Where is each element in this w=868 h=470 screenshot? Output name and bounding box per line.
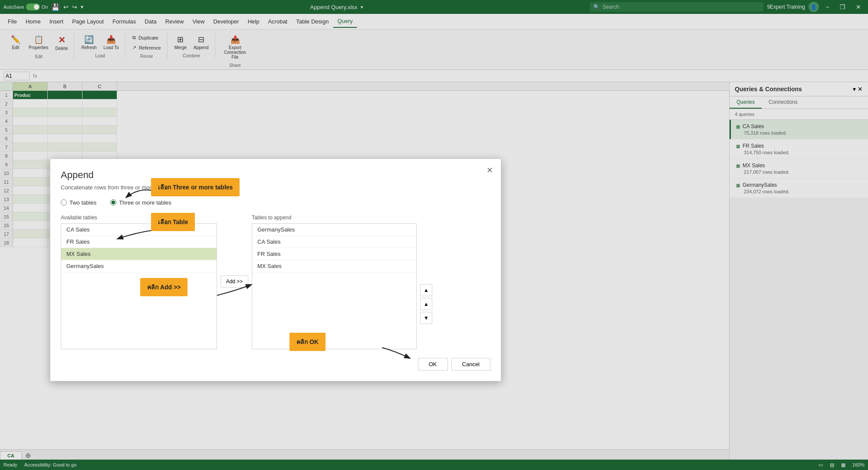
- callout-ok: คลิก OK: [289, 333, 326, 351]
- cancel-button[interactable]: Cancel: [451, 358, 490, 371]
- radio-two-tables[interactable]: [61, 199, 67, 205]
- append-tables-label: Tables to append: [252, 215, 432, 221]
- append-table-item[interactable]: CA Sales: [252, 236, 416, 248]
- radio-group: Two tables Three or more tables: [61, 199, 490, 206]
- callout-add: คลิก Add >>: [140, 278, 187, 296]
- add-button[interactable]: Add >>: [220, 275, 249, 288]
- dialog-title: Append: [61, 169, 490, 181]
- append-table-item[interactable]: GermanySales: [252, 224, 416, 236]
- callout-table: เลือก Table: [151, 213, 195, 231]
- radio-two-tables-text: Two tables: [69, 199, 96, 206]
- available-table-item[interactable]: FR Sales: [61, 236, 217, 248]
- available-table-item[interactable]: GermanySales: [61, 260, 217, 272]
- dialog-subtitle: Concatenate rows from three or more tabl…: [61, 184, 490, 191]
- dialog-overlay: ✕ Append Concatenate rows from three or …: [0, 0, 868, 470]
- callout-three-more: เลือก Three or more tables: [151, 178, 240, 196]
- scroll-buttons: ▲ ▲ ▼: [417, 223, 432, 349]
- scroll-up-button[interactable]: ▲: [420, 284, 432, 296]
- scroll-down-button[interactable]: ▼: [420, 312, 432, 324]
- add-button-section: Add >>: [217, 215, 252, 288]
- append-table-item[interactable]: FR Sales: [252, 248, 416, 260]
- available-table-item[interactable]: MX Sales: [61, 248, 217, 260]
- radio-three-more-label[interactable]: Three or more tables: [110, 199, 171, 206]
- append-tables-section: Tables to append GermanySalesCA SalesFR …: [252, 215, 432, 349]
- radio-two-tables-label[interactable]: Two tables: [61, 199, 96, 206]
- scroll-mid-button[interactable]: ▲: [420, 298, 432, 310]
- append-tables-listbox[interactable]: GermanySalesCA SalesFR SalesMX Sales: [252, 223, 417, 349]
- dialog-close-button[interactable]: ✕: [483, 164, 496, 176]
- radio-three-more-text: Three or more tables: [119, 199, 171, 206]
- ok-button[interactable]: OK: [418, 358, 448, 371]
- append-dialog: ✕ Append Concatenate rows from three or …: [50, 159, 501, 381]
- available-tables-section: Available tables CA SalesFR SalesMX Sale…: [61, 215, 217, 349]
- radio-three-more[interactable]: [110, 199, 116, 205]
- dialog-footer: OK Cancel: [61, 358, 490, 371]
- available-tables-listbox[interactable]: CA SalesFR SalesMX SalesGermanySales: [61, 223, 217, 349]
- tables-container: Available tables CA SalesFR SalesMX Sale…: [61, 215, 490, 349]
- append-table-item[interactable]: MX Sales: [252, 260, 416, 272]
